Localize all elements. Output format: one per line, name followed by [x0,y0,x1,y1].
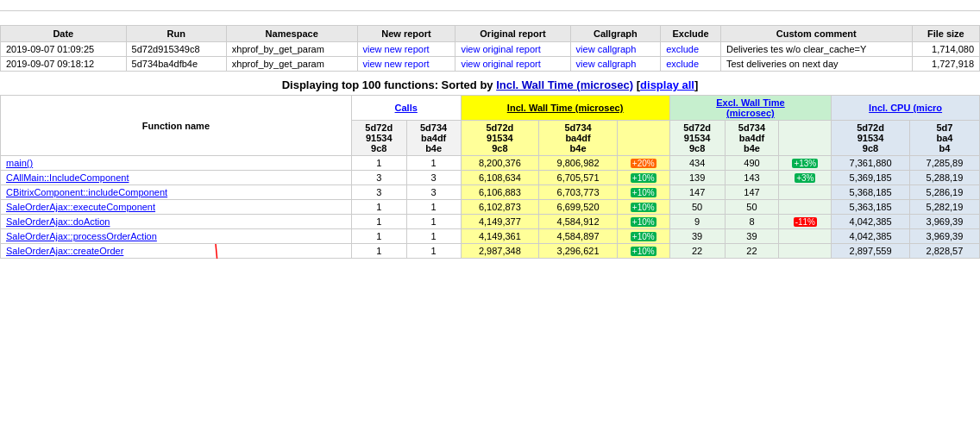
page-title [0,11,980,25]
ew-badge [779,244,832,259]
run-new-report: view new report [357,42,455,57]
iw-diff [617,121,669,156]
calls2: 1 [406,156,461,171]
ew-diff [779,121,832,156]
run-callgraph: view callgraph [570,57,661,72]
iw1: 2,987,348 [461,244,539,259]
run-date: 2019-09-07 01:09:25 [1,42,127,57]
excl-wall-sort-link[interactable]: Excl. Wall Time(microsec) [716,97,784,118]
ew2: 8 [725,215,779,229]
iw-badge: +10% [617,171,669,185]
diff-badge: -11% [794,217,817,227]
ew-sub2: 5d734ba4dfb4e [725,121,779,156]
fn-name: SaleOrderAjax::createOrder [1,244,352,259]
top-bar [0,0,980,11]
col-run: Run [126,26,226,42]
ew1: 147 [669,185,725,200]
iw-sub2: 5d734ba4dfb4e [539,121,618,156]
ew1: 50 [669,200,725,215]
calls-sub1: 5d72d915349c8 [351,121,406,156]
calls2: 1 [406,200,461,215]
iw2: 3,296,621 [539,244,618,259]
run-original-report: view original report [455,42,570,57]
iw2: 9,806,982 [539,156,618,171]
col-new-report: New report [357,26,455,42]
iw-badge: +10% [617,229,669,244]
run-comment: Deliveries tes w/o clear_cache=Y [720,42,912,57]
fn-name: SaleOrderAjax::executeComponent [1,200,352,215]
main-table: Function name Calls Incl. Wall Time (mic… [0,95,980,259]
ew2: 39 [725,229,779,244]
incl-cpu-sort-link[interactable]: Incl. CPU (micro [869,103,942,113]
calls-sub2: 5d734ba4dfb4e [406,121,461,156]
diff-badge: +10% [631,217,656,227]
diff-badge: +13% [792,159,818,168]
ic2: 5,286,19 [909,185,979,200]
ic2: 3,969,39 [909,229,979,244]
ic1: 7,361,880 [832,156,910,171]
ic1: 5,368,185 [832,185,910,200]
ew2: 147 [725,185,779,200]
calls2: 1 [406,244,461,259]
diff-badge: +3% [795,173,815,183]
run-filesize: 1,714,080 [912,42,979,57]
run-row: 2019-09-07 01:09:25 5d72d915349c8 xhprof… [1,42,980,57]
incl-cpu-header[interactable]: Incl. CPU (micro [832,96,980,121]
excl-wall-header[interactable]: Excl. Wall Time(microsec) [669,96,832,121]
fn-name: SaleOrderAjax::processOrderAction [1,229,352,244]
ic1: 5,369,185 [832,171,910,185]
col-namespace: Namespace [226,26,357,42]
fn-name: CBitrixComponent::includeComponent [1,185,352,200]
calls1: 1 [351,229,406,244]
iw-sub1: 5d72d915349c8 [461,121,539,156]
calls2: 3 [406,171,461,185]
runs-table: Date Run Namespace New report Original r… [0,25,980,72]
ew1: 139 [669,171,725,185]
ew2: 490 [725,156,779,171]
calls1: 1 [351,200,406,215]
ew-sub1: 5d72d915349c8 [669,121,725,156]
ic-sub1: 5d72d915349c8 [832,121,910,156]
run-row: 2019-09-07 09:18:12 5d734ba4dfb4e xhprof… [1,57,980,72]
run-callgraph: view callgraph [570,42,661,57]
diff-badge: +20% [631,159,656,168]
diff-badge: +10% [631,232,656,241]
ew1: 39 [669,229,725,244]
run-exclude: exclude [661,57,721,72]
diff-badge: +10% [631,203,656,212]
calls-sort-link[interactable]: Calls [395,103,418,113]
sort-link[interactable]: Incl. Wall Time (microsec) [496,78,633,91]
table-row: main() 1 1 8,200,376 9,806,982 +20% 434 … [1,156,980,171]
calls1: 1 [351,215,406,229]
iw-badge: +20% [617,156,669,171]
iw1: 4,149,377 [461,215,539,229]
table-row: SaleOrderAjax::createOrder 1 1 2,987,348… [1,244,980,259]
iw2: 4,584,897 [539,229,618,244]
ic1: 2,897,559 [832,244,910,259]
display-all-link[interactable]: display all [640,78,694,91]
col-callgraph: Callgraph [570,26,661,42]
run-new-report: view new report [357,57,455,72]
calls1: 3 [351,185,406,200]
run-filesize: 1,727,918 [912,57,979,72]
ew-badge: -11% [779,215,832,229]
table-row: SaleOrderAjax::doAction 1 1 4,149,377 4,… [1,215,980,229]
ic2: 3,969,39 [909,215,979,229]
iw-badge: +10% [617,200,669,215]
run-id: 5d734ba4dfb4e [126,57,226,72]
fn-name: SaleOrderAjax::doAction [1,215,352,229]
ew-badge [779,229,832,244]
iw-badge: +10% [617,244,669,259]
ew1: 9 [669,215,725,229]
iw1: 4,149,361 [461,229,539,244]
ew-badge: +3% [779,171,832,185]
fn-name: main() [1,156,352,171]
calls1: 3 [351,171,406,185]
calls-header[interactable]: Calls [351,96,461,121]
table-row: CBitrixComponent::includeComponent 3 3 6… [1,185,980,200]
ic2: 5,288,19 [909,171,979,185]
iw2: 6,703,773 [539,185,618,200]
col-original-report: Original report [455,26,570,42]
fn-header: Function name [1,96,352,156]
run-id: 5d72d915349c8 [126,42,226,57]
